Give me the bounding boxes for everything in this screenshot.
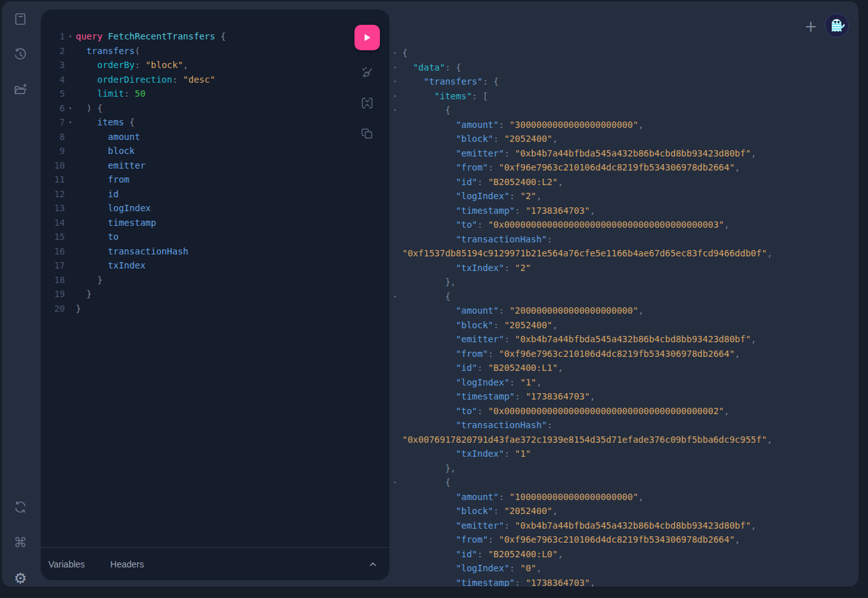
response-line: "emitter": "0xb4b7a44bfbda545a432b86b4cb…	[389, 146, 853, 161]
fold-arrow-icon[interactable]: ▾	[389, 46, 402, 60]
line-number: 8	[41, 130, 65, 144]
prettify-icon[interactable]	[360, 66, 374, 80]
response-line: "block": "2052400",	[389, 132, 853, 146]
fold-gutter	[389, 490, 402, 504]
query-line[interactable]: 7▾ items {	[41, 115, 389, 130]
line-number: 9	[41, 144, 65, 158]
tab-variables[interactable]: Variables	[48, 559, 85, 569]
query-line[interactable]: 1▾query FetchRecentTransfers {	[41, 29, 389, 44]
response-line: "from": "0xf96e7963c210106d4dc8219fb5343…	[389, 532, 853, 547]
history-icon[interactable]	[12, 46, 29, 63]
code-text: "txIndex": "1"	[402, 447, 531, 461]
query-line[interactable]: 12 id	[41, 187, 389, 202]
fold-arrow-icon[interactable]: ▾	[389, 103, 402, 118]
query-line[interactable]: 11 from	[41, 172, 389, 187]
merge-fragments-icon[interactable]	[360, 96, 374, 110]
open-folder-icon[interactable]	[12, 81, 29, 98]
code-text: id	[76, 187, 118, 202]
code-text: "block": "2052400",	[402, 132, 557, 146]
fold-gutter	[389, 361, 402, 375]
code-text: "id": "B2052400:L1",	[402, 361, 563, 375]
response-line: "emitter": "0xb4b7a44bfbda545a432b86b4cb…	[389, 518, 853, 533]
response-line: "timestamp": "1738364703",	[389, 204, 853, 218]
code-text: "logIndex": "0",	[402, 561, 542, 576]
play-icon	[362, 32, 372, 43]
query-line[interactable]: 15 to	[41, 230, 389, 244]
query-line[interactable]: 13 logIndex	[41, 201, 389, 216]
keyboard-shortcuts-icon[interactable]: ⌘	[12, 534, 29, 551]
line-number: 6	[41, 101, 65, 116]
response-line: "id": "B2052400:L0",	[389, 547, 853, 562]
query-line[interactable]: 4 orderDirection: "desc"	[41, 73, 389, 87]
fold-gutter	[389, 547, 402, 562]
code-text: "timestamp": "1738364703",	[402, 204, 595, 218]
code-text: items {	[76, 115, 135, 130]
fold-gutter	[389, 189, 402, 204]
query-line[interactable]: 17 txIndex	[41, 258, 389, 273]
query-line[interactable]: 18 }	[41, 273, 389, 288]
code-text: "txIndex": "2"	[402, 261, 531, 275]
fold-arrow-icon[interactable]: ▾	[389, 74, 402, 89]
code-text: }	[76, 287, 92, 302]
code-text: amount	[76, 130, 140, 144]
fold-gutter	[65, 216, 76, 230]
fold-gutter	[65, 130, 76, 144]
query-line[interactable]: 20}	[41, 302, 389, 316]
fold-gutter	[389, 118, 402, 132]
code-text: orderBy: "block",	[76, 58, 188, 73]
fold-arrow-icon[interactable]: ▾	[65, 101, 76, 116]
response-viewer: ▾{▾ "data": {▾ "transfers": {▾ "items": …	[389, 39, 853, 587]
response-line: "timestamp": "1738364703",	[389, 389, 853, 404]
response-line: ▾ {	[389, 289, 853, 304]
fold-gutter	[389, 404, 402, 419]
code-text: "id": "B2052400:L2",	[402, 175, 563, 190]
query-line[interactable]: 3 orderBy: "block",	[41, 58, 389, 73]
line-number: 4	[41, 73, 65, 87]
settings-icon[interactable]: ⚙	[12, 570, 29, 587]
fold-arrow-icon[interactable]: ▾	[389, 60, 402, 75]
query-line[interactable]: 6▾ ) {	[41, 101, 389, 116]
fold-arrow-icon[interactable]: ▾	[65, 29, 76, 44]
fold-gutter	[389, 347, 402, 361]
code-text: "logIndex": "1",	[402, 375, 542, 390]
fold-gutter	[389, 160, 402, 175]
query-line[interactable]: 16 transactionHash	[41, 244, 389, 259]
query-editor[interactable]: 1▾query FetchRecentTransfers {2 transfer…	[41, 10, 389, 547]
response-line: "block": "2052400",	[389, 504, 853, 518]
fold-arrow-icon[interactable]: ▾	[65, 115, 76, 130]
code-text: "items": [	[402, 89, 488, 104]
code-text: ) {	[76, 101, 102, 116]
fold-gutter	[65, 201, 76, 216]
fold-gutter	[65, 87, 76, 101]
query-line[interactable]: 8 amount	[41, 130, 389, 144]
response-line: ▾ "transfers": {	[389, 74, 853, 89]
response-line: "txIndex": "2"	[389, 261, 853, 275]
fold-gutter	[389, 175, 402, 190]
add-tab-button[interactable]: +	[802, 19, 819, 36]
execute-query-button[interactable]	[354, 25, 380, 50]
query-line[interactable]: 14 timestamp	[41, 216, 389, 230]
code-text: "emitter": "0xb4b7a44bfbda545a432b86b4cb…	[402, 332, 756, 347]
query-line[interactable]: 10 emitter	[41, 158, 389, 173]
query-line[interactable]: 19 }	[41, 287, 389, 302]
code-text: "timestamp": "1738364703",	[402, 576, 595, 587]
copy-query-icon[interactable]	[360, 127, 374, 141]
query-line[interactable]: 2 transfers(	[41, 44, 389, 59]
query-line[interactable]: 5 limit: 50	[41, 87, 389, 101]
tab-headers[interactable]: Headers	[110, 559, 144, 569]
refetch-schema-icon[interactable]	[12, 499, 29, 515]
code-text: "data": {	[402, 60, 461, 75]
query-line[interactable]: 9 block	[41, 144, 389, 158]
line-number: 19	[41, 287, 65, 302]
code-text: from	[76, 172, 129, 187]
code-text: "from": "0xf96e7963c210106d4dc8219fb5343…	[402, 347, 740, 361]
code-text: {	[402, 475, 451, 490]
query-editor-panel: 1▾query FetchRecentTransfers {2 transfer…	[41, 10, 389, 580]
fold-gutter	[389, 146, 402, 161]
fold-arrow-icon[interactable]: ▾	[389, 289, 402, 304]
code-text: "timestamp": "1738364703",	[402, 389, 595, 404]
fold-arrow-icon[interactable]: ▾	[389, 89, 402, 104]
chevron-up-icon[interactable]	[368, 559, 378, 569]
docs-icon[interactable]	[12, 11, 29, 27]
fold-arrow-icon[interactable]: ▾	[389, 475, 402, 490]
